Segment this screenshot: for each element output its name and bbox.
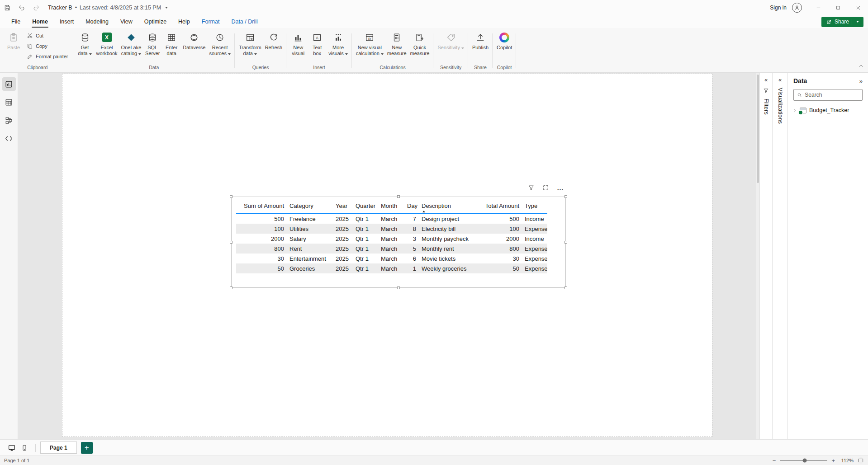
visualizations-pane-collapsed[interactable]: « Visualizations	[772, 73, 787, 439]
column-header-category[interactable]: Category	[287, 201, 333, 213]
zoom-slider[interactable]	[780, 460, 827, 461]
column-header-year[interactable]: Year	[333, 201, 353, 213]
search-input[interactable]	[805, 92, 859, 98]
onelake-catalog-button[interactable]: OneLakecatalog	[119, 29, 143, 57]
get-data-button[interactable]: Getdata	[76, 29, 95, 57]
close-button[interactable]	[848, 0, 868, 15]
sensitivity-button[interactable]: Sensitivity	[436, 29, 466, 52]
page-tab[interactable]: Page 1	[40, 442, 77, 454]
menu-tab-file[interactable]: File	[5, 15, 26, 28]
filters-pane-collapsed[interactable]: « Filters	[759, 73, 772, 439]
undo-button[interactable]	[14, 0, 29, 15]
resize-handle[interactable]	[564, 287, 567, 289]
column-header-description[interactable]: Description	[419, 201, 478, 213]
paste-button[interactable]: Paste	[4, 29, 23, 52]
dataverse-button[interactable]: Dataverse	[181, 29, 207, 52]
column-header-type[interactable]: Type	[522, 201, 547, 213]
report-canvas[interactable]: … Sum of AmountCategoryYearQuarterMonthD…	[18, 73, 759, 439]
column-header-day[interactable]: Day	[404, 201, 419, 213]
resize-handle[interactable]	[230, 241, 232, 244]
sql-server-button[interactable]: SQLServer	[143, 29, 162, 57]
visual-filter-icon[interactable]	[528, 184, 535, 191]
maximize-button[interactable]	[828, 0, 848, 15]
recent-sources-button[interactable]: Recentsources	[207, 29, 232, 57]
zoom-in-button[interactable]: +	[831, 458, 835, 464]
redo-button[interactable]	[29, 0, 43, 15]
zoom-out-button[interactable]: −	[773, 458, 776, 464]
menu-tab-view[interactable]: View	[114, 15, 138, 28]
field-item-budget-tracker[interactable]: Budget_Tracker	[788, 105, 868, 115]
column-header-total-amount[interactable]: Total Amount	[478, 201, 522, 213]
transform-data-button[interactable]: Transformdata	[237, 29, 263, 57]
visual-hover-toolbar: …	[528, 184, 564, 191]
resize-handle[interactable]	[230, 195, 232, 198]
format-painter-button[interactable]: Format painter	[24, 51, 71, 61]
excel-workbook-button[interactable]: XExcelworkbook	[95, 29, 119, 57]
table-row[interactable]: 500Freelance2025Qtr 1March7Design projec…	[236, 213, 547, 224]
report-page[interactable]: … Sum of AmountCategoryYearQuarterMonthD…	[62, 74, 712, 437]
table-row[interactable]: 800Rent2025Qtr 1March5Monthly rent800Exp…	[236, 244, 547, 254]
collapse-ribbon-button[interactable]	[859, 63, 864, 69]
text-box-button[interactable]: Textbox	[308, 29, 327, 57]
copilot-button[interactable]: Copilot	[495, 29, 514, 52]
collapse-data-pane-icon[interactable]: »	[859, 78, 863, 85]
expand-chevron-icon[interactable]	[792, 108, 797, 113]
model-view-button[interactable]	[2, 113, 16, 127]
resize-handle[interactable]	[230, 287, 232, 289]
desktop-layout-button[interactable]	[5, 442, 18, 453]
share-dropdown-caret-icon[interactable]	[856, 21, 859, 23]
more-options-icon[interactable]: …	[557, 186, 564, 190]
column-header-month[interactable]: Month	[378, 201, 404, 213]
table-row[interactable]: 30Entertainment2025Qtr 1March6Movie tick…	[236, 254, 547, 263]
quick-measure-button[interactable]: Quickmeasure	[408, 29, 432, 57]
menu-tab-format[interactable]: Format	[196, 15, 226, 28]
copy-button[interactable]: Copy	[24, 41, 71, 51]
new-measure-button[interactable]: Newmeasure	[385, 29, 408, 57]
fit-to-page-icon[interactable]	[858, 457, 864, 464]
cut-button[interactable]: Cut	[24, 30, 71, 41]
scrollbar-thumb[interactable]	[757, 75, 759, 183]
menu-tab-data-drill[interactable]: Data / Drill	[225, 15, 263, 28]
resize-handle[interactable]	[397, 195, 400, 198]
zoom-slider-thumb[interactable]	[803, 459, 807, 463]
table-visual[interactable]: … Sum of AmountCategoryYearQuarterMonthD…	[231, 197, 566, 288]
zoom-level[interactable]: 112%	[839, 458, 854, 463]
expand-visualizations-icon[interactable]: «	[778, 77, 782, 83]
account-avatar[interactable]	[792, 3, 802, 13]
report-view-button[interactable]	[2, 77, 16, 91]
status-bar: Page 1 of 1 − + 112%	[0, 456, 868, 465]
table-row[interactable]: 50Groceries2025Qtr 1March1Weekly groceri…	[236, 263, 547, 273]
canvas-scrollbar[interactable]	[756, 73, 759, 439]
share-button[interactable]: Share	[821, 17, 863, 27]
menu-tab-help[interactable]: Help	[172, 15, 196, 28]
focus-mode-icon[interactable]	[542, 184, 549, 191]
paste-icon	[9, 32, 19, 43]
enter-data-button[interactable]: Enterdata	[162, 29, 181, 57]
column-header-sum-of-amount[interactable]: Sum of Amount	[236, 201, 287, 213]
resize-handle[interactable]	[564, 195, 567, 198]
table-view-button[interactable]	[2, 95, 16, 109]
table-row[interactable]: 2000Salary2025Qtr 1March3Monthly paychec…	[236, 234, 547, 244]
refresh-button[interactable]: Refresh	[263, 29, 285, 52]
menu-tab-insert[interactable]: Insert	[54, 15, 80, 28]
more-visuals-button[interactable]: Morevisuals	[327, 29, 350, 57]
dax-query-view-button[interactable]	[2, 132, 16, 145]
sign-in-link[interactable]: Sign in	[764, 5, 792, 11]
minimize-button[interactable]	[808, 0, 828, 15]
publish-button[interactable]: Publish	[470, 29, 490, 52]
table-row[interactable]: 100Utilities2025Qtr 1March8Electricity b…	[236, 224, 547, 234]
mobile-layout-button[interactable]	[18, 442, 31, 453]
resize-handle[interactable]	[397, 287, 400, 289]
column-header-quarter[interactable]: Quarter	[353, 201, 378, 213]
menu-tab-modeling[interactable]: Modeling	[80, 15, 114, 28]
new-visual-button[interactable]: Newvisual	[289, 29, 308, 57]
new-visual-calculation-button[interactable]: New visualcalculation	[354, 29, 385, 57]
new-page-button[interactable]: +	[81, 442, 93, 454]
expand-filters-icon[interactable]: «	[764, 77, 768, 83]
menu-tab-optimize[interactable]: Optimize	[138, 15, 172, 28]
resize-handle[interactable]	[564, 241, 567, 244]
document-title-menu[interactable]: Tracker B • Last saved: 4/8/2025 at 3:15…	[48, 5, 168, 11]
data-search-box[interactable]	[793, 89, 863, 101]
menu-tab-home[interactable]: Home	[26, 15, 54, 28]
save-button[interactable]	[0, 0, 14, 15]
